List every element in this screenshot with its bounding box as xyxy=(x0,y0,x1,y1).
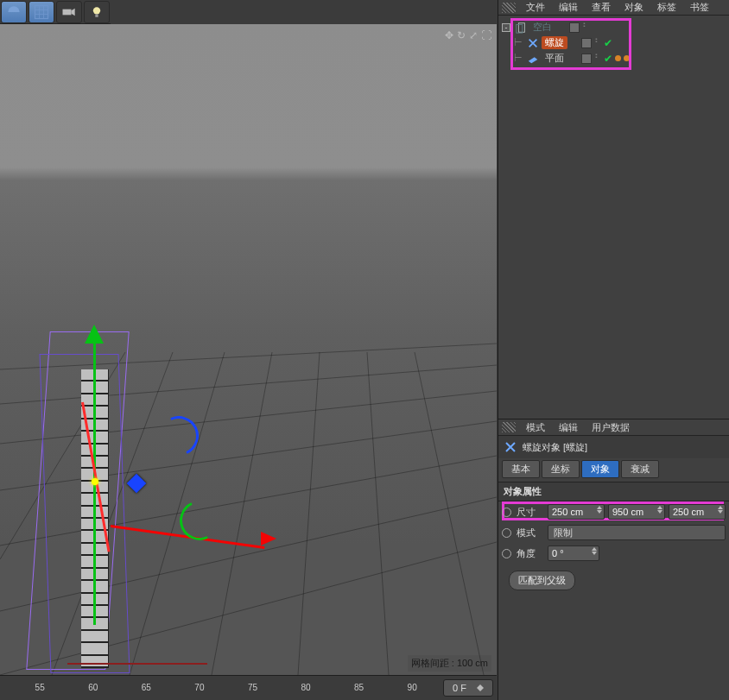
tree-branch-icon: ⊢ xyxy=(514,37,523,48)
prop-label-size: 尺寸 xyxy=(517,506,544,519)
svg-rect-19 xyxy=(517,24,523,33)
size-x-value: 250 cm xyxy=(552,507,583,517)
om-menu-view[interactable]: 查看 xyxy=(586,1,616,14)
anim-key-icon[interactable] xyxy=(502,508,511,517)
tag-icon[interactable] xyxy=(624,55,630,61)
object-manager-tree[interactable]: - 空白 ⠃ ⊢ 螺旋 ⠃ ✔ ⊢ 平面 xyxy=(498,16,729,419)
svg-line-5 xyxy=(0,365,497,404)
am-menu-mode[interactable]: 模式 xyxy=(521,421,550,434)
attribute-title: 螺旋对象 [螺旋] xyxy=(498,436,729,458)
timeline-frame-value: 0 F xyxy=(453,683,466,693)
timeline-tick-85: 85 xyxy=(354,683,364,692)
null-icon xyxy=(515,22,527,34)
svg-line-9 xyxy=(0,497,497,611)
mode-dropdown[interactable]: 限制 xyxy=(548,525,726,540)
timeline-tick-65: 65 xyxy=(142,683,151,692)
tree-expand-toggle[interactable]: - xyxy=(502,23,510,32)
prop-label-mode: 模式 xyxy=(517,527,544,539)
tree-row-plane[interactable]: ⊢ 平面 ⠃ ✔ xyxy=(502,51,726,66)
camera-button[interactable] xyxy=(56,1,82,23)
anim-key-icon[interactable] xyxy=(502,528,511,538)
svg-line-15 xyxy=(367,352,389,675)
svg-line-8 xyxy=(0,456,497,545)
fit-to-parent-button[interactable]: 匹配到父级 xyxy=(509,571,575,590)
grid-mode-button[interactable] xyxy=(29,1,54,23)
tab-falloff[interactable]: 衰减 xyxy=(621,460,659,478)
timeline-tick-90: 90 xyxy=(408,683,417,692)
object-manager-menubar: 文件 编辑 查看 对象 标签 书签 xyxy=(498,0,729,16)
timeline-tick-80: 80 xyxy=(301,683,310,692)
floor-grid xyxy=(0,24,497,675)
nav-frame-icon[interactable]: ⛶ xyxy=(481,29,491,41)
timeline-tick-60: 60 xyxy=(88,683,98,692)
nav-rotate-icon[interactable]: ↻ xyxy=(457,29,466,41)
section-header-objectprops: 对象属性 xyxy=(498,482,729,501)
size-y-field[interactable]: 950 cm xyxy=(608,504,665,520)
am-menu-userdata[interactable]: 用户数据 xyxy=(586,421,635,434)
timeline-ruler[interactable]: 55 60 65 70 75 80 85 90 xyxy=(0,676,443,700)
timeline-tick-55: 55 xyxy=(35,683,45,692)
timeline[interactable]: 55 60 65 70 75 80 85 90 0 F xyxy=(0,675,497,700)
tree-branch-icon: ⊢ xyxy=(514,53,523,64)
helix-icon xyxy=(527,37,539,49)
nav-move-icon[interactable]: ✥ xyxy=(445,29,453,41)
angle-value: 0 ° xyxy=(552,548,564,558)
layer-swatch[interactable] xyxy=(581,54,592,64)
om-menu-tags[interactable]: 标签 xyxy=(652,1,681,14)
om-menu-bookmarks[interactable]: 书签 xyxy=(685,1,714,14)
svg-rect-0 xyxy=(35,6,48,19)
enable-check-icon[interactable]: ✔ xyxy=(601,37,612,49)
visibility-dots-icon[interactable]: ⠃ xyxy=(592,53,601,64)
prop-row-angle: 角度 0 ° xyxy=(498,544,729,563)
tree-label-null[interactable]: 空白 xyxy=(529,21,555,34)
shading-mode-button[interactable] xyxy=(1,1,27,23)
svg-point-2 xyxy=(93,7,100,14)
svg-rect-1 xyxy=(63,9,72,16)
am-menu-edit[interactable]: 编辑 xyxy=(554,421,583,434)
om-menu-file[interactable]: 文件 xyxy=(521,1,550,14)
svg-rect-3 xyxy=(95,15,98,17)
tab-basic[interactable]: 基本 xyxy=(502,460,540,478)
tab-object[interactable]: 对象 xyxy=(581,460,619,478)
size-y-value: 950 cm xyxy=(612,507,643,517)
visibility-dots-icon[interactable]: ⠃ xyxy=(580,22,589,33)
om-menu-edit[interactable]: 编辑 xyxy=(554,1,583,14)
tag-icon[interactable] xyxy=(615,55,621,61)
attribute-tabs: 基本 坐标 对象 衰减 xyxy=(498,458,729,480)
angle-field[interactable]: 0 ° xyxy=(548,545,599,561)
layer-swatch[interactable] xyxy=(569,22,580,33)
viewport[interactable]: ✥ ↻ ⤢ ⛶ 网格间距 : 100 cm xyxy=(0,24,497,675)
nav-zoom-icon[interactable]: ⤢ xyxy=(469,29,478,41)
om-menu-object[interactable]: 对象 xyxy=(619,1,649,14)
enable-check-icon[interactable]: ✔ xyxy=(601,53,612,65)
visibility-dots-icon[interactable]: ⠃ xyxy=(592,37,601,48)
tree-row-helix[interactable]: ⊢ 螺旋 ⠃ ✔ xyxy=(502,35,726,50)
tab-coord[interactable]: 坐标 xyxy=(542,460,580,478)
layer-swatch[interactable] xyxy=(581,38,592,48)
size-x-field[interactable]: 250 cm xyxy=(548,504,605,520)
mode-value: 限制 xyxy=(554,527,573,539)
svg-line-4 xyxy=(0,344,497,369)
svg-line-12 xyxy=(130,352,225,675)
light-button[interactable] xyxy=(84,1,110,23)
viewport-nav-icons: ✥ ↻ ⤢ ⛶ xyxy=(445,29,491,41)
viewport-grid-status: 网格间距 : 100 cm xyxy=(408,655,491,672)
size-z-field[interactable]: 250 cm xyxy=(669,504,726,520)
panel-grip-icon[interactable] xyxy=(502,3,516,13)
svg-line-11 xyxy=(52,352,173,675)
tree-row-null[interactable]: - 空白 ⠃ xyxy=(502,20,726,35)
timeline-frame-field[interactable]: 0 F xyxy=(443,679,493,697)
timeline-tick-75: 75 xyxy=(248,683,257,692)
size-z-value: 250 cm xyxy=(673,507,704,517)
prop-row-mode: 模式 限制 xyxy=(498,523,729,542)
tree-label-helix[interactable]: 螺旋 xyxy=(542,36,567,49)
right-panel: 文件 编辑 查看 对象 标签 书签 - 空白 ⠃ ⊢ 螺旋 ⠃ ✔ xyxy=(498,0,729,700)
attribute-manager-menubar: 模式 编辑 用户数据 xyxy=(498,419,729,436)
plane-icon xyxy=(527,53,539,65)
tree-label-plane[interactable]: 平面 xyxy=(542,52,567,65)
timeline-tick-70: 70 xyxy=(194,683,204,692)
svg-line-14 xyxy=(298,352,320,675)
anim-key-icon[interactable] xyxy=(502,549,511,558)
prop-row-size: 尺寸 250 cm 950 cm 250 cm xyxy=(498,502,729,521)
panel-grip-icon[interactable] xyxy=(502,422,516,432)
